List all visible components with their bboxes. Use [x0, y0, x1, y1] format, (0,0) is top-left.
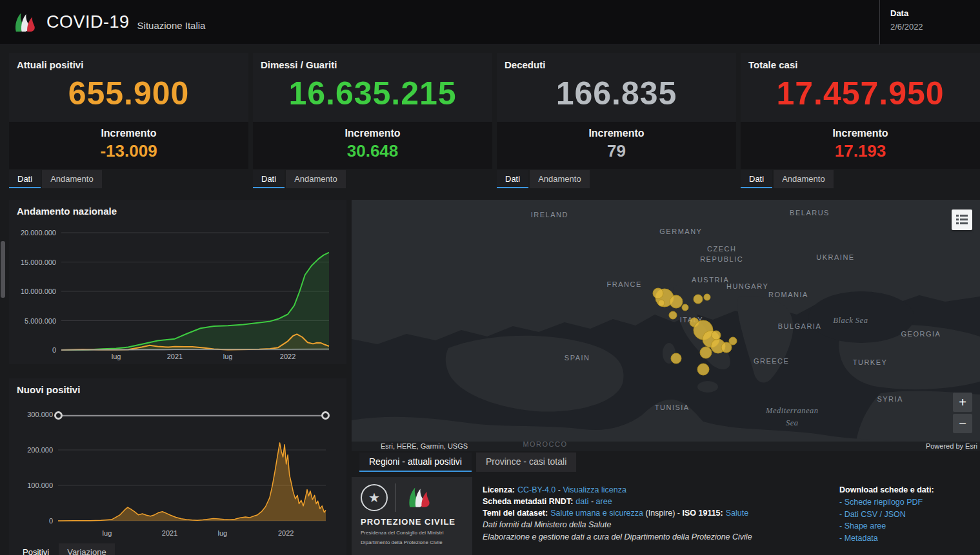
map-attribution: Esri, HERE, Garmin, USGS Powered by Esri	[352, 442, 980, 451]
increment-panel: Incremento -13.009	[9, 122, 248, 169]
region-bubble[interactable]	[697, 364, 709, 375]
license-block: Licenza:CC-BY-4.0 - Visualizza licenza S…	[472, 477, 830, 555]
cc-by-link[interactable]: CC-BY-4.0	[517, 485, 555, 494]
powered-by-esri: Powered by Esri	[926, 442, 977, 451]
download-links: - Schede riepilogo PDF- Dati CSV / JSON-…	[839, 496, 977, 545]
increment-label: Incremento	[741, 128, 980, 139]
tab-dati[interactable]: Dati	[9, 170, 41, 188]
slider-handle-left[interactable]	[54, 411, 63, 420]
zoom-out-button[interactable]: −	[953, 414, 972, 433]
tab-andamento[interactable]: Andamento	[42, 170, 102, 188]
card-label: Totale casi	[741, 53, 980, 70]
date-label: Data	[890, 8, 980, 18]
org-name: PROTEZIONE CIVILE	[361, 517, 472, 527]
tab-regioni-attuali-positivi[interactable]: Regioni - attuali positivi	[359, 453, 472, 472]
footer: ★ PROTEZIONE CIVILE Presidenza del Consi…	[352, 477, 980, 555]
svg-text:lug: lug	[103, 529, 112, 537]
license-line-1: Licenza:CC-BY-4.0 - Visualizza licenza	[483, 484, 820, 496]
stat-card-dimessi-guariti: Dimessi / Guariti 16.635.215 Incremento …	[253, 53, 492, 188]
zoom-in-button[interactable]: +	[953, 393, 972, 412]
license-line-2: Scheda metadati RNDT:dati - aree	[483, 496, 820, 507]
tab-dati[interactable]: Dati	[253, 170, 285, 188]
tab-andamento[interactable]: Andamento	[774, 170, 834, 188]
tab-andamento[interactable]: Andamento	[530, 170, 590, 188]
region-bubble[interactable]	[670, 295, 683, 308]
region-bubble[interactable]	[669, 311, 677, 319]
region-bubble[interactable]	[653, 288, 663, 298]
svg-text:200.000: 200.000	[27, 446, 53, 454]
separator: -	[588, 497, 595, 506]
protezione-civile-flame-logo	[10, 9, 37, 36]
page-subtitle: Situazione Italia	[137, 20, 206, 31]
visualizza-licenza-link[interactable]: Visualizza licenza	[563, 485, 626, 494]
increment-panel: Incremento 30.648	[253, 122, 492, 169]
region-bubble[interactable]	[712, 331, 721, 340]
svg-text:20.000.000: 20.000.000	[21, 229, 56, 237]
card-label: Dimessi / Guariti	[253, 53, 492, 70]
tab-dati[interactable]: Dati	[497, 170, 528, 188]
svg-text:2022: 2022	[280, 353, 295, 360]
iso-label: ISO 19115:	[682, 509, 723, 518]
region-bubble[interactable]	[671, 353, 681, 364]
separator: -	[555, 485, 563, 494]
app-header: COVID-19 Situazione Italia Data 2/6/2022	[0, 0, 980, 45]
salute-link[interactable]: Salute	[726, 509, 748, 518]
svg-text:5.000.000: 5.000.000	[25, 317, 56, 325]
slider-handle-right[interactable]	[321, 411, 330, 420]
region-bubble[interactable]	[682, 304, 688, 311]
slider-track[interactable]	[58, 415, 326, 416]
increment-value: 79	[497, 141, 736, 161]
stat-card: Totale casi 17.457.950 Incremento 17.193	[741, 53, 980, 169]
region-bubble-layer[interactable]	[352, 200, 980, 451]
org-logos: ★	[361, 483, 472, 512]
region-bubble[interactable]	[704, 294, 710, 300]
panel-title: Nuovi positivi	[9, 378, 346, 395]
national-trend-chart: 05.000.00010.000.00015.000.00020.000.000…	[9, 217, 346, 363]
tab-positivi[interactable]: Positivi	[14, 543, 57, 555]
stat-card-deceduti: Deceduti 166.835 Incremento 79 Dati Anda…	[497, 53, 736, 188]
presidenza-emblem-icon: ★	[361, 484, 388, 511]
download-link[interactable]: - Metadata	[839, 532, 977, 545]
increment-value: -13.009	[9, 141, 248, 161]
map-tabs: Regioni - attuali positivi Province - ca…	[359, 453, 576, 472]
salute-umana-link[interactable]: Salute umana e sicurezza	[550, 509, 643, 518]
tab-variazione[interactable]: Variazione	[59, 543, 114, 555]
zoom-controls: + −	[953, 393, 972, 433]
time-range-slider[interactable]	[58, 411, 326, 420]
downloads-block: Download schede e dati: - Schede riepilo…	[830, 477, 980, 555]
aree-link[interactable]: aree	[596, 497, 612, 506]
stat-card: Deceduti 166.835 Incremento 79	[497, 53, 736, 169]
inspire-text: (Inspire) -	[643, 509, 682, 518]
svg-text:0: 0	[52, 346, 56, 354]
legend-button[interactable]	[952, 209, 972, 230]
region-bubble[interactable]	[658, 300, 665, 306]
map-canvas[interactable]: IRELANDBELARUSGERMANYCZECH REPUBLICUKRAI…	[352, 200, 980, 451]
increment-label: Incremento	[253, 128, 492, 139]
page-title: COVID-19	[46, 12, 130, 32]
svg-text:2021: 2021	[167, 353, 183, 360]
card-label: Attuali positivi	[9, 53, 248, 70]
card-label: Deceduti	[497, 53, 736, 70]
card-value: 655.900	[9, 70, 248, 122]
page-scrollbar[interactable]	[1, 241, 5, 298]
card-value: 166.835	[497, 70, 736, 122]
tab-dati[interactable]: Dati	[741, 170, 772, 188]
tab-province-casi-totali[interactable]: Province - casi totali	[476, 453, 576, 472]
svg-text:2021: 2021	[162, 529, 177, 537]
download-link[interactable]: - Dati CSV / JSON	[839, 509, 977, 521]
rndt-label: Scheda metadati RNDT:	[483, 497, 573, 506]
stat-card: Dimessi / Guariti 16.635.215 Incremento …	[253, 53, 492, 169]
dati-link[interactable]: dati	[575, 497, 588, 506]
card-value: 17.457.950	[741, 70, 980, 122]
license-line-3: Temi del dataset:Salute umana e sicurezz…	[483, 507, 820, 519]
card-value: 16.635.215	[253, 70, 492, 122]
license-label: Licenza:	[483, 485, 515, 494]
card-tabs: Dati Andamento	[253, 170, 492, 188]
tab-andamento[interactable]: Andamento	[286, 170, 346, 188]
region-bubble[interactable]	[729, 337, 737, 345]
download-link[interactable]: - Schede riepilogo PDF	[839, 496, 977, 509]
region-bubble[interactable]	[700, 347, 712, 358]
increment-label: Incremento	[9, 128, 248, 139]
region-bubble[interactable]	[694, 295, 703, 304]
download-link[interactable]: - Shape aree	[839, 520, 977, 532]
